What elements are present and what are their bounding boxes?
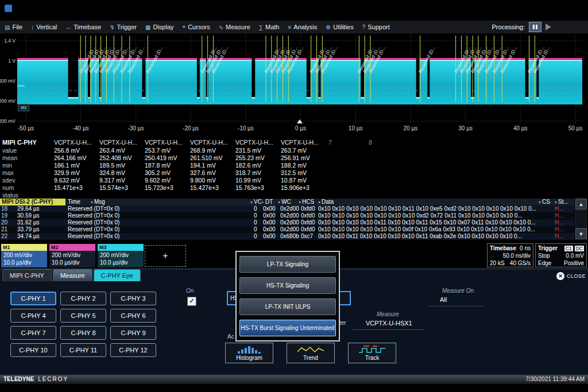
- decode-column-header[interactable]: ▾Msg: [91, 199, 250, 205]
- measure-cell: 15.471e+3: [54, 184, 83, 191]
- decode-column-header[interactable]: Time: [68, 199, 91, 205]
- decode-cell-vc: 0: [254, 233, 261, 240]
- menu-item-cursors[interactable]: ⌖Cursors: [183, 24, 210, 30]
- trend-button[interactable]: Trend: [287, 343, 335, 363]
- app-icon[interactable]: [5, 5, 12, 12]
- sort-icon: ▾: [318, 200, 320, 205]
- tab-c-phy-eye[interactable]: C-PHY Eye: [94, 269, 141, 281]
- trigger-panel[interactable]: Trigger C1 DC Stop 0.0 mV Edge Positive: [535, 243, 587, 267]
- cphy-button-3[interactable]: C-PHY 3: [110, 292, 156, 305]
- decode-cell-index: 19: [1, 212, 15, 219]
- decode-cell-msg: Reserved (DT=0x 0): [68, 205, 249, 212]
- scroll-down-button[interactable]: ▼: [575, 228, 587, 239]
- cphy-button-2[interactable]: C-PHY 2: [60, 292, 106, 305]
- trigger-title: Trigger: [538, 244, 558, 252]
- measure-on-value[interactable]: All: [440, 296, 447, 303]
- table-row[interactable]: 2234.74 µsReserved (DT=0x 0)00x000x680b0…: [0, 233, 575, 240]
- waveform-area: Reserved (D...Reserved (D...Reserved (D.…: [0, 33, 588, 135]
- pause-button[interactable]: [529, 22, 541, 32]
- sort-icon: ▾: [539, 200, 541, 205]
- m3-marker-badge[interactable]: M3: [18, 104, 29, 111]
- measure-cell: 9.632 mV: [54, 177, 80, 184]
- measure-cell: 305.2 mV: [145, 169, 171, 176]
- x-axis-label: 0 µs: [295, 125, 306, 131]
- cphy-button-1[interactable]: C-PHY 1: [10, 292, 56, 305]
- add-channel-button[interactable]: +: [145, 245, 186, 267]
- menu-item-measure[interactable]: ∿Measure: [219, 24, 250, 30]
- menu-item-file[interactable]: ▤File: [5, 24, 22, 30]
- menu-item-support[interactable]: ?Support: [362, 24, 390, 30]
- table-row[interactable]: 1930.59 µsReserved (DT=0x 0)00x000x2d000…: [0, 212, 575, 219]
- tab-measure[interactable]: Measure: [53, 269, 92, 281]
- cphy-button-10[interactable]: C-PHY 10: [10, 343, 56, 357]
- decode-cell-time: 33.79 µs: [17, 226, 65, 233]
- measure-value[interactable]: VCPTX-U-HSX1: [366, 320, 412, 327]
- timebase-title: Timebase: [490, 244, 516, 252]
- table-row[interactable]: 2031.62 µsReserved (DT=0x 0)00x000x2d000…: [0, 219, 575, 226]
- decode-cell-index: 18: [1, 205, 15, 212]
- decode-column-header[interactable]: ▾Data: [318, 199, 537, 205]
- scroll-up-button[interactable]: ▲: [575, 199, 587, 209]
- menu-item-label: Measure: [226, 24, 250, 30]
- decode-cell-status: H...: [555, 233, 574, 240]
- decode-column-header[interactable]: ▾WC: [278, 199, 297, 205]
- signaling-dropdown: LP-TX SignalingHS-TX SignalingLP-TX INIT…: [235, 251, 340, 341]
- dropdown-option[interactable]: LP-TX INIT ULPS: [239, 298, 336, 315]
- measure-table: MIPI C-PHYVCPTX-U-H...256.8 mV264.166 mV…: [0, 138, 588, 199]
- cphy-button-7[interactable]: C-PHY 7: [10, 326, 56, 340]
- decode-cell-hcs: 0xfd0: [301, 219, 317, 226]
- timebase-panel[interactable]: Timebase 0 ns 50.0 ns/div 20 kS 40 GS/s: [487, 243, 533, 267]
- cphy-button-9[interactable]: C-PHY 9: [110, 326, 156, 340]
- track-button[interactable]: Track: [348, 343, 396, 363]
- decode-cell-data: 0x10 0x10 0x11 0x10 0x10 0x10 0x10 0x11 …: [318, 233, 537, 240]
- partial-label-actions: Ac: [227, 333, 234, 340]
- scrollbar-track[interactable]: [575, 210, 587, 228]
- menu-item-analysis[interactable]: ≡Analysis: [288, 24, 317, 30]
- channel-descriptor-m1[interactable]: M1200 mV/div10.0 µs/div: [1, 244, 47, 267]
- menu-item-display[interactable]: ▦Display: [145, 24, 174, 30]
- decode-column-header[interactable]: ▾St...: [555, 199, 574, 205]
- table-row[interactable]: 1829.64 µsReserved (DT=0x 0)00x000x2d000…: [0, 205, 575, 212]
- cphy-button-8[interactable]: C-PHY 8: [60, 326, 106, 340]
- decode-column-header[interactable]: ▾HCS: [299, 199, 317, 205]
- dialog-tabs: MIPI C-PHYMeasureC-PHY Eye: [2, 269, 141, 281]
- dropdown-option[interactable]: HS-TX Burst Signaling Unterminated: [239, 320, 336, 336]
- waveform-plot[interactable]: Reserved (D...Reserved (D...Reserved (D.…: [17, 34, 582, 124]
- decode-column-header[interactable]: ▾VC- DT: [250, 199, 277, 205]
- cphy-button-11[interactable]: C-PHY 11: [60, 343, 106, 357]
- menu-item-vertical[interactable]: ↕Vertical: [31, 24, 57, 30]
- menu-item-math[interactable]: ∑Math: [259, 24, 280, 30]
- dropdown-option[interactable]: LP-TX Signaling: [239, 256, 336, 273]
- cphy-button-12[interactable]: C-PHY 12: [110, 343, 156, 357]
- table-row[interactable]: 2133.79 µsReserved (DT=0x 0)00x000x2d000…: [0, 226, 575, 233]
- measure-cell: 250.419 mV: [145, 154, 177, 161]
- channel-descriptor-m3[interactable]: M3200 mV/div10.0 µs/div: [98, 244, 144, 267]
- cphy-button-5[interactable]: C-PHY 5: [60, 309, 106, 323]
- timebase-rate: 40 GS/s: [510, 259, 531, 267]
- play-button[interactable]: [546, 24, 551, 30]
- menu-items: ▤File↕Vertical↔Timebase↯Trigger▦Display⌖…: [0, 24, 492, 30]
- cphy-button-4[interactable]: C-PHY 4: [10, 309, 56, 323]
- file-icon: ▤: [5, 24, 10, 30]
- menu-item-timebase[interactable]: ↔Timebase: [65, 24, 101, 30]
- tab-mipi-c-phy[interactable]: MIPI C-PHY: [2, 269, 52, 281]
- menu-item-trigger[interactable]: ↯Trigger: [110, 24, 137, 30]
- histogram-button[interactable]: Histogram: [225, 343, 273, 363]
- measure-cell: 9.602 mV: [145, 177, 171, 184]
- measure-row-label: min: [2, 162, 12, 169]
- measure-cell: 189.5 mV: [99, 162, 125, 169]
- menu-item-label: Math: [265, 24, 279, 30]
- measure-cell: 256.91 mV: [281, 154, 310, 161]
- menu-item-label: File: [12, 24, 22, 30]
- decode-cell-dt: 0x00: [263, 219, 278, 226]
- on-checkbox[interactable]: ✓: [187, 297, 196, 306]
- menu-item-utilities[interactable]: ⚙Utilities: [326, 24, 353, 30]
- dropdown-option[interactable]: HS-TX Signaling: [239, 277, 336, 294]
- decode-cell-vc: 0: [254, 205, 261, 212]
- close-button[interactable]: ✕ CLOSE: [556, 272, 586, 280]
- analysis-icon: ≡: [288, 24, 291, 30]
- channel-descriptor-m2[interactable]: M2200 mV/div10.0 µs/div: [49, 244, 95, 267]
- cphy-button-6[interactable]: C-PHY 6: [110, 309, 156, 323]
- decode-column-header[interactable]: ▾CS: [539, 199, 555, 205]
- channel-settings: 200 mV/div10.0 µs/div: [49, 251, 95, 267]
